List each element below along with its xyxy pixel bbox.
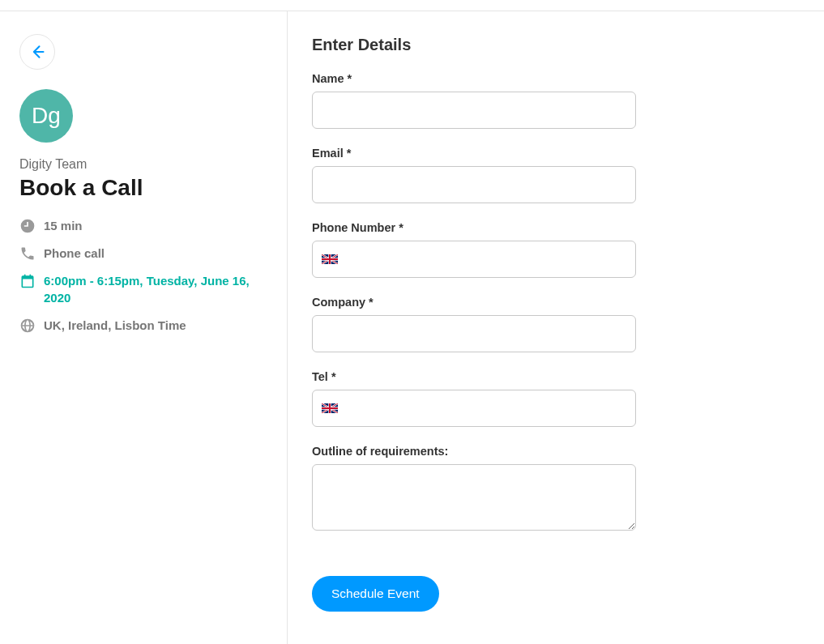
tel-label: Tel * xyxy=(312,370,792,383)
schedule-event-button[interactable]: Schedule Event xyxy=(312,576,439,612)
container: Dg Digity Team Book a Call 15 min Phone … xyxy=(0,11,824,644)
method-text: Phone call xyxy=(44,245,105,262)
avatar: Dg xyxy=(19,89,73,143)
form-title: Enter Details xyxy=(312,36,792,54)
phone-input[interactable] xyxy=(312,241,636,278)
outline-group: Outline of requirements: xyxy=(312,445,792,534)
method-row: Phone call xyxy=(19,245,267,262)
slot-row: 6:00pm - 6:15pm, Tuesday, June 16, 2020 xyxy=(19,272,267,308)
team-name: Digity Team xyxy=(19,157,267,172)
calendar-icon xyxy=(19,273,36,289)
timezone-text: UK, Ireland, Lisbon Time xyxy=(44,317,186,335)
company-label: Company * xyxy=(312,296,792,309)
sidebar: Dg Digity Team Book a Call 15 min Phone … xyxy=(0,11,288,644)
clock-icon xyxy=(19,218,36,234)
duration-text: 15 min xyxy=(44,217,83,235)
company-group: Company * xyxy=(312,296,792,352)
tel-input[interactable] xyxy=(312,390,636,427)
email-input[interactable] xyxy=(312,166,636,203)
avatar-text: Dg xyxy=(32,103,61,129)
outline-label: Outline of requirements: xyxy=(312,445,792,458)
event-title: Book a Call xyxy=(19,175,267,201)
phone-label: Phone Number * xyxy=(312,221,792,234)
company-input[interactable] xyxy=(312,315,636,352)
email-group: Email * xyxy=(312,147,792,203)
duration-row: 15 min xyxy=(19,217,267,235)
phone-group: Phone Number * xyxy=(312,221,792,278)
arrow-left-icon xyxy=(29,44,45,60)
email-label: Email * xyxy=(312,147,792,160)
outline-textarea[interactable] xyxy=(312,464,636,531)
top-border xyxy=(0,0,824,11)
slot-text: 6:00pm - 6:15pm, Tuesday, June 16, 2020 xyxy=(44,272,267,308)
main: Enter Details Name * Email * Phone Numbe… xyxy=(288,11,824,644)
name-label: Name * xyxy=(312,72,792,85)
globe-icon xyxy=(19,318,36,334)
tel-group: Tel * xyxy=(312,370,792,427)
back-button[interactable] xyxy=(19,34,55,70)
name-input[interactable] xyxy=(312,92,636,129)
timezone-row: UK, Ireland, Lisbon Time xyxy=(19,317,267,335)
name-group: Name * xyxy=(312,72,792,129)
phone-icon xyxy=(19,245,36,262)
